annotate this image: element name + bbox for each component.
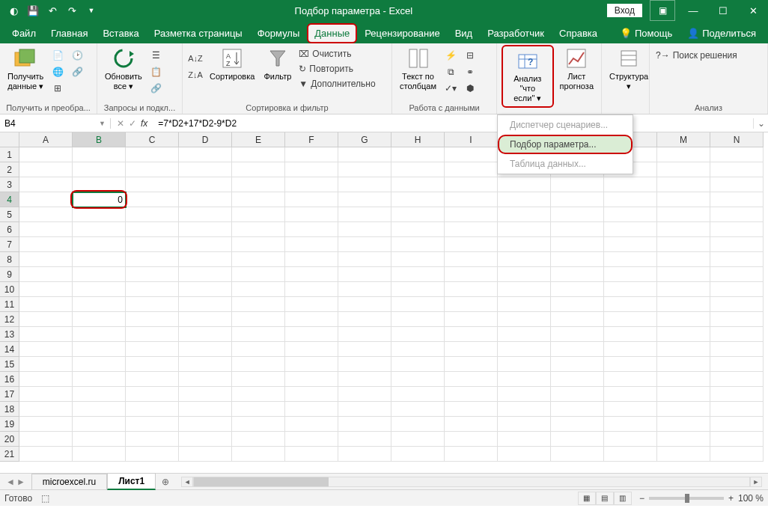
row-header-21[interactable]: 21 [0, 447, 19, 462]
cell-D18[interactable] [179, 402, 232, 417]
cell-L16[interactable] [604, 372, 657, 387]
cell-I19[interactable] [445, 417, 498, 432]
cell-G13[interactable] [338, 327, 391, 342]
cell-E1[interactable] [232, 147, 285, 162]
row-header-13[interactable]: 13 [0, 327, 19, 342]
recent-sources-icon[interactable]: 🕑 [69, 48, 85, 63]
col-header-E[interactable]: E [232, 132, 285, 147]
cell-H10[interactable] [391, 282, 445, 297]
cell-H13[interactable] [391, 327, 445, 342]
cell-L8[interactable] [604, 252, 657, 267]
cell-E10[interactable] [232, 282, 285, 297]
cell-I3[interactable] [445, 177, 498, 192]
zoom-out-icon[interactable]: − [639, 493, 644, 504]
col-header-D[interactable]: D [179, 132, 232, 147]
cell-K15[interactable] [551, 357, 604, 372]
data-model-icon[interactable]: ⬢ [462, 81, 478, 96]
cell-M11[interactable] [657, 297, 710, 312]
row-header-16[interactable]: 16 [0, 372, 19, 387]
cell-A15[interactable] [19, 357, 73, 372]
cell-M17[interactable] [657, 387, 710, 402]
cell-C14[interactable] [126, 342, 179, 357]
sort-button[interactable]: AZ Сортировка [207, 45, 257, 83]
cell-D19[interactable] [179, 417, 232, 432]
cell-B8[interactable] [73, 252, 126, 267]
cell-F7[interactable] [285, 237, 338, 252]
cell-F8[interactable] [285, 252, 338, 267]
properties-icon[interactable]: 📋 [148, 64, 165, 79]
row-header-5[interactable]: 5 [0, 207, 19, 222]
cell-G18[interactable] [338, 402, 391, 417]
cell-G8[interactable] [338, 252, 391, 267]
cell-B5[interactable] [73, 207, 126, 222]
cell-L7[interactable] [604, 237, 657, 252]
cell-C9[interactable] [126, 267, 179, 282]
cell-J10[interactable] [498, 282, 551, 297]
row-header-12[interactable]: 12 [0, 312, 19, 327]
cell-E11[interactable] [232, 297, 285, 312]
cell-K16[interactable] [551, 372, 604, 387]
menu-data-table[interactable]: Таблица данных... [498, 154, 633, 174]
cell-N19[interactable] [710, 417, 764, 432]
cell-L11[interactable] [604, 297, 657, 312]
cell-G16[interactable] [338, 372, 391, 387]
cell-M10[interactable] [657, 282, 710, 297]
cell-N21[interactable] [710, 447, 764, 462]
cell-I6[interactable] [445, 222, 498, 237]
cell-I20[interactable] [445, 432, 498, 447]
cell-J18[interactable] [498, 402, 551, 417]
cell-A20[interactable] [19, 432, 73, 447]
sheet-tab-2[interactable]: Лист1 [107, 473, 156, 490]
row-header-10[interactable]: 10 [0, 282, 19, 297]
cell-N2[interactable] [710, 162, 764, 177]
cell-N7[interactable] [710, 237, 764, 252]
cell-H1[interactable] [391, 147, 445, 162]
macro-record-icon[interactable]: ⬚ [41, 493, 49, 504]
cell-M1[interactable] [657, 147, 710, 162]
col-header-B[interactable]: B [73, 132, 126, 147]
cell-C11[interactable] [126, 297, 179, 312]
cell-A12[interactable] [19, 312, 73, 327]
forecast-sheet-button[interactable]: Лист прогноза [557, 45, 597, 93]
chevron-down-icon[interactable]: ▼ [99, 120, 106, 127]
cell-I15[interactable] [445, 357, 498, 372]
tab-formulas[interactable]: Формулы [250, 23, 308, 43]
cell-B20[interactable] [73, 432, 126, 447]
filter-button[interactable]: Фильтр [260, 45, 294, 83]
cancel-formula-icon[interactable]: ✕ [117, 118, 124, 129]
row-header-14[interactable]: 14 [0, 342, 19, 357]
tab-insert[interactable]: Вставка [95, 23, 146, 43]
cell-A2[interactable] [19, 162, 73, 177]
tab-data[interactable]: Данные [307, 23, 357, 43]
cell-A18[interactable] [19, 402, 73, 417]
cell-L5[interactable] [604, 207, 657, 222]
cell-B16[interactable] [73, 372, 126, 387]
cell-J7[interactable] [498, 237, 551, 252]
cell-L19[interactable] [604, 417, 657, 432]
cell-N17[interactable] [710, 387, 764, 402]
cell-H14[interactable] [391, 342, 445, 357]
cell-D15[interactable] [179, 357, 232, 372]
cell-G15[interactable] [338, 357, 391, 372]
menu-goal-seek[interactable]: Подбор параметра... [498, 135, 633, 154]
cell-D11[interactable] [179, 297, 232, 312]
tab-page-layout[interactable]: Разметка страницы [147, 23, 250, 43]
cell-N3[interactable] [710, 177, 764, 192]
sheet-nav-next-icon[interactable]: ► [16, 477, 25, 487]
cell-B13[interactable] [73, 327, 126, 342]
cell-J13[interactable] [498, 327, 551, 342]
cell-H15[interactable] [391, 357, 445, 372]
cell-E14[interactable] [232, 342, 285, 357]
row-header-3[interactable]: 3 [0, 177, 19, 192]
cell-E17[interactable] [232, 387, 285, 402]
cell-F16[interactable] [285, 372, 338, 387]
zoom-slider[interactable] [649, 497, 724, 500]
col-header-F[interactable]: F [285, 132, 338, 147]
cell-C15[interactable] [126, 357, 179, 372]
redo-icon[interactable]: ↷ [63, 1, 81, 19]
cell-E21[interactable] [232, 447, 285, 462]
cell-I2[interactable] [445, 162, 498, 177]
flash-fill-icon[interactable]: ⚡ [442, 48, 459, 63]
cell-M21[interactable] [657, 447, 710, 462]
cell-E6[interactable] [232, 222, 285, 237]
